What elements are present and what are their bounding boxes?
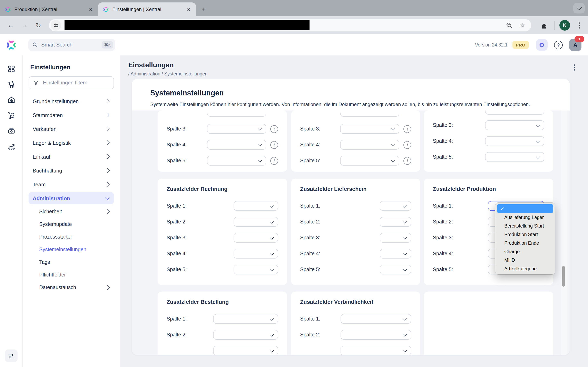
field-label: Spalte 2: [167, 332, 187, 338]
sidebar-item-grundeinstellungen[interactable]: Grundeinstellungen [29, 94, 114, 108]
xentral-logo[interactable] [0, 39, 22, 50]
dropdown-option[interactable]: Produktion Start [497, 230, 553, 239]
spalte-4-select[interactable] [485, 136, 544, 146]
info-icon[interactable]: i [403, 125, 411, 133]
settings-gear-button[interactable]: ⚙ [536, 39, 548, 50]
field-label: Spalte 5: [300, 267, 320, 272]
address-bar[interactable]: ☆ [49, 19, 531, 31]
sidebar-item-pflichtfelder[interactable]: Pflichtfelder [29, 268, 114, 281]
rechnung-spalte-1-select[interactable] [233, 201, 278, 211]
spalte-5-select[interactable] [340, 156, 399, 166]
version-label: Version 24.32.1 [475, 42, 508, 47]
checkmark-icon: ✓ [500, 206, 504, 211]
cut-select[interactable] [340, 112, 399, 117]
sidebar-item-systemupdate[interactable]: Systemupdate [29, 218, 114, 230]
lieferschein-spalte-5-select[interactable] [380, 265, 411, 275]
lieferschein-spalte-2-select[interactable] [380, 217, 411, 227]
sidebar-item-team[interactable]: Team [29, 177, 114, 191]
bestellung-spalte-3-select[interactable] [213, 346, 278, 355]
warehouse-icon[interactable] [6, 95, 17, 105]
info-icon[interactable]: i [270, 141, 278, 149]
cut-select[interactable] [485, 110, 544, 115]
sidebar-item-systemeinstellungen[interactable]: Systemeinstellungen [29, 243, 114, 256]
spalte-5-select[interactable] [207, 156, 266, 166]
filter-input[interactable] [42, 80, 109, 86]
swap-arrows-button[interactable] [5, 350, 17, 362]
info-icon[interactable]: i [270, 157, 278, 165]
sidebar-item-einkauf[interactable]: Einkauf [29, 150, 114, 164]
verbindlichkeit-spalte-2-select[interactable] [341, 330, 411, 340]
rechnung-spalte-5-select[interactable] [233, 265, 278, 275]
info-icon[interactable]: i [403, 141, 411, 149]
rechnung-spalte-4-select[interactable] [233, 249, 278, 259]
cut-select[interactable] [207, 112, 266, 117]
spalte-3-select[interactable] [340, 124, 399, 134]
extensions-icon[interactable] [539, 20, 549, 30]
spalte-3-select[interactable] [207, 124, 266, 134]
lieferschein-spalte-4-select[interactable] [380, 249, 411, 259]
sidebar-item-tags[interactable]: Tags [29, 256, 114, 268]
new-tab-button[interactable]: + [199, 4, 209, 15]
dropdown-option-selected-empty[interactable]: ✓ [497, 204, 553, 213]
sidebar-item-verkaufen[interactable]: Verkaufen [29, 122, 114, 136]
lieferschein-spalte-3-select[interactable] [380, 233, 411, 243]
site-settings-icon[interactable] [51, 20, 61, 31]
back-button[interactable]: ← [5, 20, 16, 31]
breadcrumb[interactable]: / Administration / Systemeinstellungen [128, 71, 588, 76]
sidebar-item-buchhaltung[interactable]: Buchhaltung [29, 164, 114, 177]
dropdown-option[interactable]: Produktion Ende [497, 239, 553, 247]
field-label: Spalte 5: [167, 158, 187, 164]
finance-cash-icon[interactable] [6, 125, 17, 136]
rechnung-spalte-3-select[interactable] [233, 233, 278, 243]
spalte-4-select[interactable] [340, 140, 399, 150]
verbindlichkeit-spalte-3-select[interactable] [341, 346, 411, 355]
tab-search-caret-button[interactable] [573, 3, 585, 13]
sidebar-item-prozessstarter[interactable]: Prozessstarter [29, 230, 114, 243]
sidebar-filter[interactable] [29, 76, 114, 89]
info-icon[interactable]: i [403, 157, 411, 165]
info-icon[interactable]: i [270, 125, 278, 133]
settings-scroll-area[interactable]: i Spalte 3:i Spalte 4:i Spalte 5:i i Spa… [132, 110, 570, 355]
section-zusatzfelder-verbindlichkeit: Zusatzfelder Verbindlichkeit Spalte 1: S… [291, 292, 420, 355]
browser-menu-icon[interactable] [575, 22, 583, 28]
dropdown-option[interactable]: Artikelkategorie [497, 264, 553, 273]
dropdown-option[interactable]: Bereitstellung Start [497, 221, 553, 230]
bestellung-spalte-1-select[interactable] [213, 314, 278, 324]
spalte-3-select[interactable] [485, 120, 544, 130]
forward-button[interactable]: → [19, 20, 30, 31]
dropdown-option[interactable]: Charge [497, 247, 553, 256]
browser-profile-avatar[interactable]: K [559, 20, 570, 31]
sidebar-item-sicherheit[interactable]: Sicherheit [29, 205, 114, 218]
sidebar-item-administration[interactable]: Administration [29, 192, 114, 204]
sidebar-list: Grundeinstellungen Stammdaten Verkaufen … [29, 94, 114, 294]
field-label: Spalte 4: [300, 251, 320, 257]
verbindlichkeit-spalte-1-select[interactable] [341, 314, 411, 324]
sales-cart-icon[interactable] [6, 79, 17, 90]
sidebar-item-datenaustausch[interactable]: Datenaustausch [29, 281, 114, 294]
zoom-out-icon[interactable] [504, 20, 514, 30]
browser-tab-produktion[interactable]: Produktion | Xentral ✕ [0, 2, 98, 16]
smart-search-input[interactable]: Smart Search ⌘K [28, 39, 115, 51]
reload-button[interactable]: ↻ [33, 20, 44, 31]
user-avatar[interactable]: A 1 [569, 39, 581, 51]
lieferschein-spalte-1-select[interactable] [380, 201, 411, 211]
browser-tab-einstellungen[interactable]: Einstellungen | Xentral ✕ [98, 2, 196, 16]
sidebar-item-stammdaten[interactable]: Stammdaten [29, 108, 114, 122]
tab-close-icon[interactable]: ✕ [185, 6, 192, 12]
help-button[interactable]: ? [554, 41, 563, 49]
rechnung-spalte-2-select[interactable] [233, 217, 278, 227]
bookmark-star-icon[interactable]: ☆ [517, 20, 527, 30]
bestellung-spalte-2-select[interactable] [213, 330, 278, 340]
scrollbar-track[interactable] [561, 110, 567, 355]
spalte-4-select[interactable] [207, 140, 266, 150]
spalte-5-select[interactable] [485, 152, 544, 162]
sidebar-item-lager-logistik[interactable]: Lager & Logistik [29, 136, 114, 150]
dropdown-option[interactable]: Auslieferung Lager [497, 213, 553, 221]
scrollbar-thumb[interactable] [562, 266, 565, 287]
analytics-chart-icon[interactable] [6, 141, 17, 152]
logistics-handtruck-icon[interactable] [6, 110, 17, 121]
apps-grid-icon[interactable] [6, 64, 17, 74]
dropdown-option[interactable]: MHD [497, 256, 553, 264]
tab-close-icon[interactable]: ✕ [87, 6, 94, 12]
page-menu-icon[interactable] [570, 64, 578, 71]
